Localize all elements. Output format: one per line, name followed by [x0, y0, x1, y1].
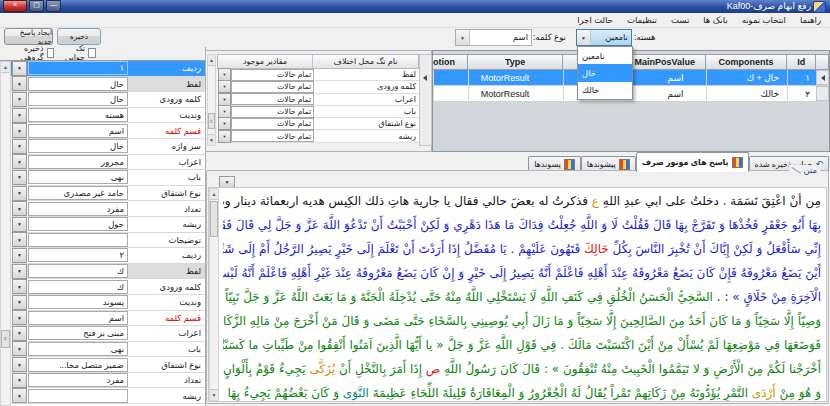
menu-item[interactable]: تست — [664, 15, 696, 25]
property-value[interactable]: نهی — [28, 342, 128, 356]
property-value[interactable]: ضمیر متصل مخا... — [28, 358, 128, 372]
property-row[interactable]: سر واژه خال — [11, 139, 205, 155]
menu-item[interactable]: راهنما — [793, 15, 828, 25]
tag-values[interactable]: تمام حالات — [231, 130, 314, 142]
property-value[interactable] — [28, 233, 128, 247]
property-row[interactable]: اعراب مبنی بر فتح — [11, 326, 205, 342]
diff-table-row[interactable]: کلمه ورودی تمام حالات — [217, 81, 419, 93]
cell-mainposvalue[interactable]: اسم — [625, 70, 706, 85]
chevron-down-icon[interactable] — [577, 30, 591, 45]
scrollbar-thumb[interactable]: ≡ — [1, 330, 10, 348]
core-combo[interactable]: نامعین — [576, 29, 632, 46]
chevron-down-icon[interactable] — [12, 326, 27, 341]
property-row[interactable]: ریشه — [11, 388, 205, 404]
chevron-down-icon[interactable] — [12, 108, 27, 123]
cell-components[interactable]: خال + ك — [706, 70, 788, 85]
scroll-down-icon[interactable]: ▼ — [208, 134, 215, 145]
property-row[interactable]: باب نهی — [11, 170, 205, 186]
tab[interactable]: پاسخ های موتور صرف — [636, 152, 749, 172]
chevron-down-icon[interactable] — [12, 232, 27, 247]
cell-mainposvalue[interactable]: اسم — [625, 86, 706, 101]
property-value[interactable]: مبنی بر فتح — [28, 326, 128, 340]
property-value[interactable]: حول — [28, 217, 128, 231]
chevron-down-icon[interactable] — [12, 139, 27, 154]
property-value[interactable]: خال — [28, 92, 128, 106]
chevron-down-icon[interactable] — [12, 217, 27, 232]
scroll-up-icon[interactable]: ▲ — [210, 189, 218, 200]
row-header-cell[interactable] — [816, 86, 829, 101]
row-header-cell[interactable] — [816, 70, 829, 85]
property-value[interactable]: مفرد — [28, 373, 128, 387]
cell-components[interactable]: خالك — [706, 86, 788, 101]
menu-item[interactable]: تنظیمات — [620, 15, 664, 25]
grid-column-header[interactable] — [816, 54, 829, 70]
menu-item[interactable]: انتخاب نمونه — [735, 15, 793, 25]
property-row[interactable]: باب نهی — [11, 342, 205, 358]
dropdown-option[interactable]: خالك — [578, 82, 632, 99]
minimize-button-icon[interactable]: — — [46, 0, 61, 12]
property-value[interactable]: خال — [28, 77, 128, 91]
cell-type[interactable]: MotorResult — [468, 70, 564, 85]
property-value[interactable]: نهی — [28, 170, 128, 184]
grid-column-header[interactable]: MainPosValue — [625, 54, 706, 70]
chevron-down-icon[interactable] — [218, 80, 231, 93]
text-scrollbar[interactable]: ▲ ▼ — [209, 188, 219, 401]
chevron-down-icon[interactable] — [12, 170, 27, 185]
word-type-combo[interactable]: اسم — [455, 29, 532, 46]
property-row[interactable]: ردیف ۲ — [11, 248, 205, 264]
chevron-down-icon[interactable] — [12, 186, 27, 201]
column-header-name[interactable]: نام تگ محل اختلاف — [312, 55, 418, 68]
chevron-down-icon[interactable] — [12, 154, 27, 169]
chevron-down-icon[interactable] — [218, 105, 231, 118]
tag-values[interactable]: تمام حالات — [231, 69, 314, 81]
tag-values[interactable]: تمام حالات — [231, 93, 314, 105]
property-value[interactable]: اسم — [28, 311, 128, 325]
grid-column-header[interactable]: otion — [433, 54, 468, 70]
diff-table-row[interactable]: ریشه تمام حالات — [217, 130, 419, 142]
property-row[interactable]: ردیف ۱ — [11, 61, 205, 77]
chevron-down-icon[interactable] — [218, 68, 231, 81]
diff-table-scrollbar[interactable]: ▲ ▼ ≡ — [207, 54, 216, 146]
property-value[interactable]: خال — [28, 139, 128, 153]
grid-column-header[interactable]: Components — [706, 54, 788, 70]
chevron-down-icon[interactable] — [12, 388, 27, 403]
new-answer-button[interactable]: ایجاد پاسخ جدید — [4, 28, 53, 45]
menu-item[interactable]: بانک ها — [696, 15, 734, 25]
property-row[interactable]: نوع اشتقاق ضمیر متصل مخا... — [11, 357, 205, 373]
diff-table-row[interactable]: لفظ تمام حالات — [217, 69, 419, 81]
chevron-down-icon[interactable] — [12, 264, 27, 279]
property-value[interactable]: اسم — [28, 124, 128, 138]
cell-id[interactable]: ۱ — [787, 70, 816, 85]
property-row[interactable]: اعراب مجرور — [11, 155, 205, 171]
property-row[interactable]: لفظ ك — [11, 264, 205, 280]
column-header-values[interactable]: مقادیر موجود — [218, 55, 312, 68]
close-button-icon[interactable]: × — [3, 0, 27, 12]
property-value[interactable]: مجرور — [28, 155, 128, 169]
property-value[interactable]: ك — [28, 280, 128, 294]
cell-type[interactable]: MotorResult — [468, 86, 564, 101]
property-row[interactable]: تعداد مفرد — [11, 201, 205, 217]
cell-id[interactable]: ۲ — [787, 86, 816, 101]
scrollbar-thumb[interactable]: ≡ — [208, 113, 215, 129]
save-button[interactable]: ذخیره — [57, 28, 101, 45]
property-value[interactable]: پسوند — [28, 295, 128, 309]
chevron-down-icon[interactable] — [12, 201, 27, 216]
property-row[interactable]: نوع اشتقاق جامد غیر مصدری — [11, 186, 205, 202]
cell-otion[interactable] — [433, 70, 468, 85]
property-row[interactable]: کلمه ورودی ك — [11, 279, 205, 295]
property-value[interactable]: ك — [28, 264, 128, 278]
dropdown-option[interactable]: خال — [578, 64, 632, 81]
tag-values[interactable]: تمام حالات — [231, 118, 314, 130]
property-row[interactable]: کلمه ورودی خال — [11, 92, 205, 108]
chevron-down-icon[interactable] — [12, 310, 27, 325]
property-value[interactable]: هسته — [28, 108, 128, 122]
menu-item[interactable]: حالت اجرا — [570, 15, 620, 25]
maximize-button-icon[interactable]: ▢ — [29, 0, 44, 12]
property-value[interactable]: جامد غیر مصدری — [28, 186, 128, 200]
diff-table-row[interactable]: اعراب تمام حالات — [217, 94, 419, 106]
cell-otion[interactable] — [433, 86, 468, 101]
chevron-down-icon[interactable] — [12, 341, 27, 356]
property-value[interactable] — [28, 389, 128, 403]
property-value[interactable]: ۱ — [28, 61, 128, 75]
diff-table-row[interactable]: نوع اشتقاق تمام حالات — [217, 118, 419, 130]
